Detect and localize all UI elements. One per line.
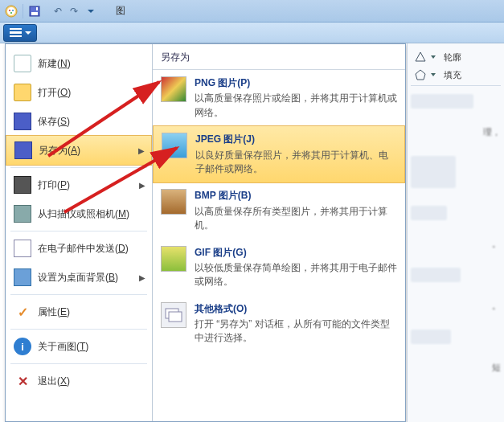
- jpeg-icon: [162, 133, 187, 158]
- hamburger-icon: [10, 28, 22, 37]
- qat-save-icon[interactable]: [28, 5, 41, 18]
- menu-item-saveas[interactable]: 另存为(A) ▶: [6, 135, 152, 166]
- submenu-item-desc: 以高质量保存所有类型图片，并将其用于计算机。: [195, 205, 397, 233]
- submenu-item-title: BMP 图片(B): [195, 189, 397, 203]
- gif-icon: [161, 246, 186, 272]
- submenu-item-title: GIF 图片(G): [195, 246, 397, 260]
- email-icon: [14, 240, 31, 257]
- svg-point-1: [7, 7, 15, 15]
- undo-icon[interactable]: ↶: [51, 5, 64, 18]
- submenu-item-desc: 以较低质量保存简单绘图，并将其用于电子邮件或网络。: [195, 261, 397, 289]
- submenu-header: 另存为: [153, 47, 405, 70]
- svg-rect-6: [31, 12, 38, 15]
- fill-label: 填充: [444, 69, 461, 81]
- svg-point-3: [12, 10, 14, 11]
- menu-item-open[interactable]: 打开(O): [6, 78, 152, 107]
- file-menu-panel: 新建(N) 打开(O) 保存(S) 另存为(A) ▶ 打印(P) ▶: [5, 43, 406, 422]
- menu-item-label: 属性(E): [38, 305, 70, 319]
- ribbon-sidepanel: 轮廓 填充 理， 。 。 短: [407, 43, 504, 422]
- menu-item-email[interactable]: 在电子邮件中发送(D): [6, 234, 152, 263]
- svg-point-4: [10, 12, 12, 14]
- saveas-icon: [14, 141, 32, 159]
- saveas-bmp[interactable]: BMP 图片(B) 以高质量保存所有类型图片，并将其用于计算机。: [153, 182, 405, 239]
- saveas-jpeg[interactable]: JPEG 图片(J) 以良好质量保存照片，并将其用于计算机、电子邮件或网络。: [153, 125, 405, 183]
- save-icon: [14, 113, 31, 130]
- window-titlebar: ↶ ↷ 图: [0, 0, 504, 23]
- menu-item-exit[interactable]: ✕ 退出(X): [6, 367, 152, 395]
- outline-label: 轮廓: [444, 51, 461, 64]
- saveas-gif[interactable]: GIF 图片(G) 以较低质量保存简单绘图，并将其用于电子邮件或网络。: [153, 240, 405, 296]
- pentagon-icon: [414, 68, 427, 81]
- scanner-icon: [14, 205, 31, 223]
- app-icon: [5, 5, 18, 18]
- saveas-png[interactable]: PNG 图片(P) 以高质量保存照片或绘图，并将其用于计算机或网络。: [153, 70, 405, 126]
- svg-rect-7: [36, 7, 38, 10]
- blurred-region: 理， 。 。 短: [411, 94, 501, 374]
- saveas-other[interactable]: 其他格式(O) 打开 “另存为” 对话框，从所有可能的文件类型中进行选择。: [153, 296, 405, 352]
- submenu-arrow-icon: ▶: [138, 146, 145, 155]
- properties-icon: ✓: [14, 303, 31, 321]
- menu-item-label: 从扫描仪或照相机(M): [38, 207, 129, 221]
- submenu-item-title: 其他格式(O): [195, 302, 397, 316]
- qat-customize-dropdown[interactable]: [84, 5, 96, 18]
- menu-item-about[interactable]: i 关于画图(T): [6, 332, 152, 361]
- menu-item-print[interactable]: 打印(P) ▶: [6, 170, 152, 199]
- menu-item-label: 新建(N): [38, 57, 71, 71]
- file-menu-button[interactable]: [3, 24, 37, 42]
- menu-item-label: 设置为桌面背景(B): [38, 271, 118, 285]
- menu-item-label: 在电子邮件中发送(D): [38, 242, 129, 256]
- submenu-item-desc: 以良好质量保存照片，并将其用于计算机、电子邮件或网络。: [195, 149, 396, 177]
- print-icon: [14, 176, 31, 194]
- menu-item-properties[interactable]: ✓ 属性(E): [6, 297, 152, 326]
- menu-item-label: 打印(P): [38, 178, 70, 192]
- file-menu-left-column: 新建(N) 打开(O) 保存(S) 另存为(A) ▶ 打印(P) ▶: [6, 44, 153, 421]
- bmp-icon: [161, 189, 186, 215]
- svg-rect-9: [169, 312, 182, 322]
- submenu-item-desc: 以高质量保存照片或绘图，并将其用于计算机或网络。: [195, 92, 397, 120]
- submenu-item-desc: 打开 “另存为” 对话框，从所有可能的文件类型中进行选择。: [195, 318, 397, 346]
- menu-item-scanner[interactable]: 从扫描仪或照相机(M): [6, 199, 152, 228]
- redo-icon[interactable]: ↷: [68, 5, 80, 18]
- menu-item-save[interactable]: 保存(S): [6, 107, 152, 136]
- open-icon: [14, 84, 31, 101]
- saveas-submenu: 另存为 PNG 图片(P) 以高质量保存照片或绘图，并将其用于计算机或网络。 J…: [153, 44, 405, 421]
- menu-item-label: 另存为(A): [39, 144, 80, 158]
- menu-item-desktop-bg[interactable]: 设置为桌面背景(B) ▶: [6, 263, 152, 292]
- menu-item-new[interactable]: 新建(N): [6, 49, 152, 78]
- ribbon-menubar: [0, 23, 504, 43]
- svg-marker-11: [416, 70, 425, 80]
- triangle-icon: [414, 51, 427, 64]
- shape-tool-a[interactable]: 轮廓: [411, 48, 501, 66]
- svg-point-2: [9, 10, 10, 11]
- window-title: 图: [116, 4, 125, 18]
- menu-item-label: 关于画图(T): [38, 340, 88, 354]
- new-icon: [14, 55, 31, 72]
- desktop-icon: [14, 268, 31, 286]
- menu-item-label: 保存(S): [38, 115, 70, 129]
- submenu-item-title: JPEG 图片(J): [195, 133, 396, 146]
- menu-item-label: 打开(O): [38, 86, 71, 100]
- menu-item-label: 退出(X): [38, 375, 70, 388]
- submenu-arrow-icon: ▶: [139, 181, 145, 190]
- submenu-arrow-icon: ▶: [139, 273, 145, 282]
- svg-marker-10: [416, 52, 425, 61]
- other-format-icon: [161, 302, 186, 328]
- exit-icon: ✕: [14, 372, 31, 390]
- submenu-item-title: PNG 图片(P): [195, 76, 397, 90]
- shape-tool-b[interactable]: 填充: [411, 66, 501, 84]
- about-icon: i: [14, 338, 31, 355]
- png-icon: [161, 76, 186, 102]
